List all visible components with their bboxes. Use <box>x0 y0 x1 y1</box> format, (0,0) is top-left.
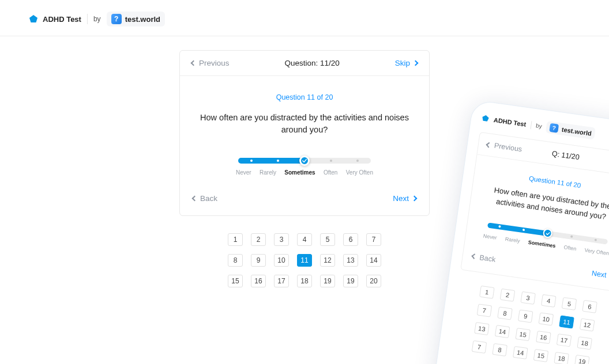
pager-cell: 12 <box>580 318 595 331</box>
pager: 123456789101112131415161718191920 <box>228 233 381 287</box>
pager-cell[interactable]: 5 <box>320 233 335 246</box>
pager-cell: 3 <box>520 291 536 304</box>
skip-label: Skip <box>395 59 410 67</box>
pager-cell: 18 <box>554 352 569 364</box>
app-name: ADHD Test <box>43 15 81 24</box>
skip-link[interactable]: Skip <box>395 59 418 67</box>
svg-marker-1 <box>482 115 490 122</box>
pager-cell: 10 <box>539 312 554 325</box>
pager-cell[interactable]: 19 <box>343 275 358 287</box>
slider-handle <box>543 228 553 238</box>
slider-tick <box>570 236 573 238</box>
pager-cell[interactable]: 4 <box>297 233 312 246</box>
divider <box>87 14 88 24</box>
pager-cell: 7 <box>477 304 493 317</box>
slider-labels: Never Rarely Sometimes Often Very Often <box>236 169 373 176</box>
chevron-left-icon <box>192 196 198 202</box>
pager-cell[interactable]: 20 <box>366 275 381 287</box>
pager-cell[interactable]: 10 <box>274 254 289 267</box>
phone-question-card: Previous Q: 11/20 Skip Question 11 of 20… <box>460 132 609 293</box>
by-label: by <box>93 15 101 23</box>
pager-cell[interactable]: 13 <box>343 254 358 267</box>
pager-cell: 6 <box>582 299 597 313</box>
pager-cell[interactable]: 18 <box>297 275 312 287</box>
app-logo: ADHD Test <box>29 14 81 24</box>
check-icon <box>546 231 550 236</box>
pager-cell[interactable]: 3 <box>274 233 289 246</box>
pager-cell[interactable]: 11 <box>297 254 312 267</box>
scale-label: Sometimes <box>284 169 315 176</box>
card-footer: Back Next <box>180 184 429 215</box>
card-title: Q: 11/20 <box>551 150 580 162</box>
slider-tick <box>595 239 597 242</box>
pager-cell[interactable]: 16 <box>251 275 266 287</box>
question-text: How often are you distracted by the acti… <box>193 112 416 136</box>
pager-cell[interactable]: 19 <box>320 275 335 287</box>
pager-cell[interactable]: 1 <box>228 233 243 246</box>
next-link[interactable]: Next <box>393 194 416 203</box>
slider-tick <box>330 160 332 162</box>
chevron-left-icon <box>191 60 197 66</box>
slider-handle[interactable] <box>299 156 310 166</box>
prev-link[interactable]: Previous <box>191 59 230 67</box>
pager-cell: 19 <box>574 355 590 364</box>
slider-tick <box>356 160 359 162</box>
brand-badge[interactable]: ? test.world <box>107 12 165 26</box>
progress-label: Question 11 of 20 <box>193 93 416 101</box>
card-title: Question: 11/20 <box>284 59 339 67</box>
pentagon-icon <box>482 114 490 123</box>
slider-fill <box>487 222 548 236</box>
pager-cell[interactable]: 7 <box>366 233 381 246</box>
card-body: Question 11 of 20 How often are you dist… <box>180 76 429 184</box>
pager-cell: 15 <box>533 349 549 362</box>
pager-cell: 18 <box>577 336 592 350</box>
chevron-left-icon <box>486 142 492 147</box>
brand-name: test.world <box>561 126 592 136</box>
pager-cell[interactable]: 17 <box>274 275 289 287</box>
brand-name: test.world <box>125 15 160 24</box>
next-label: Next <box>393 194 409 203</box>
pager-cell: 9 <box>518 309 533 323</box>
pager-cell[interactable]: 2 <box>251 233 266 246</box>
slider-tick <box>277 160 279 162</box>
pager-cell: 5 <box>562 297 577 310</box>
by-label: by <box>535 122 542 129</box>
app-logo: ADHD Test <box>482 114 527 128</box>
brand-badge: ? test.world <box>546 121 596 140</box>
slider-tick <box>250 160 253 162</box>
back-link: Back <box>472 252 496 264</box>
pager-cell[interactable]: 9 <box>251 254 266 267</box>
back-label: Back <box>200 194 217 203</box>
card-header: Previous Question: 11/20 Skip <box>180 51 429 76</box>
brand-icon: ? <box>549 123 559 133</box>
pager-cell: 13 <box>474 322 490 335</box>
prev-label: Previous <box>199 59 230 67</box>
chevron-right-icon <box>412 196 418 202</box>
pager-cell: 2 <box>500 288 516 301</box>
svg-marker-0 <box>29 15 37 22</box>
pager-cell: 15 <box>516 328 531 341</box>
phone-pager: 1234567891011121314151617187814151819 <box>449 282 609 364</box>
brand-icon: ? <box>111 14 122 24</box>
scale-label: Never <box>236 169 251 176</box>
pager-cell[interactable]: 12 <box>320 254 335 267</box>
next-link: Next <box>591 269 609 280</box>
pager-cell[interactable]: 8 <box>228 254 243 267</box>
slider-fill <box>238 158 304 164</box>
chevron-right-icon <box>413 60 419 66</box>
pager-cell: 1 <box>479 285 495 298</box>
pager-cell: 16 <box>536 331 551 344</box>
pager-cell: 17 <box>557 333 572 347</box>
pager-cell[interactable]: 15 <box>228 275 243 287</box>
answer-slider[interactable] <box>238 158 371 164</box>
app-name: ADHD Test <box>493 116 527 128</box>
app-header: ADHD Test by ? test.world <box>0 0 609 36</box>
back-link[interactable]: Back <box>193 194 217 203</box>
pager-cell[interactable]: 6 <box>343 233 358 246</box>
question-card: Previous Question: 11/20 Skip Question 1… <box>179 50 430 216</box>
scale-label: Often <box>324 169 337 176</box>
pager-cell[interactable]: 14 <box>366 254 381 267</box>
pager-cell: 8 <box>492 343 507 356</box>
divider <box>530 121 532 129</box>
pentagon-icon <box>29 14 38 24</box>
